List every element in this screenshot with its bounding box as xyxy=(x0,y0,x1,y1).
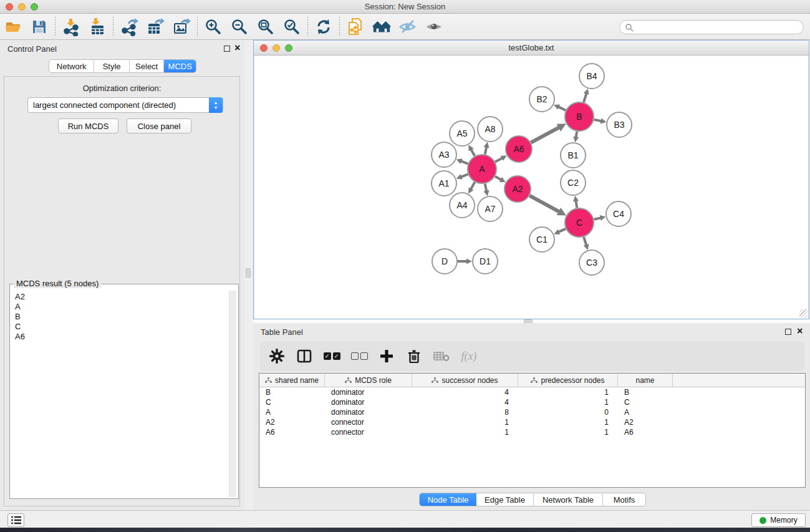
table-cell[interactable]: 4 xyxy=(412,388,518,397)
close-panel-icon[interactable]: × xyxy=(234,42,240,54)
zoom-selected-button[interactable] xyxy=(282,17,301,36)
table-cell[interactable]: A6 xyxy=(259,428,325,437)
graph-edge[interactable] xyxy=(495,177,502,180)
zoom-fit-button[interactable] xyxy=(256,17,275,36)
result-list-item[interactable]: A2 xyxy=(15,292,226,302)
tab-motifs[interactable]: Motifs xyxy=(603,493,645,506)
float-panel-icon[interactable] xyxy=(224,46,230,52)
table-cell[interactable]: C xyxy=(259,398,325,407)
network-canvas[interactable]: B4B2BB3A5A8A6A3AB1A1A2C2A4A7C4C1CC3DD1 xyxy=(254,56,808,319)
select-all-button[interactable]: ✓✓ xyxy=(322,347,341,365)
table-row[interactable]: A2connector11A2 xyxy=(259,417,805,427)
import-network-button[interactable] xyxy=(62,17,80,36)
delete-column-button[interactable] xyxy=(405,347,423,365)
tab-edge-table[interactable]: Edge Table xyxy=(476,493,534,506)
graph-edge[interactable] xyxy=(576,200,577,208)
table-cell[interactable]: A xyxy=(259,408,325,417)
close-table-panel-icon[interactable]: × xyxy=(797,325,803,337)
add-column-button[interactable] xyxy=(377,347,396,365)
open-file-button[interactable] xyxy=(4,17,22,36)
table-cell[interactable]: B xyxy=(618,388,673,397)
table-cell[interactable]: dominator xyxy=(325,388,412,397)
criterion-select[interactable]: largest connected component (directed) ▲… xyxy=(27,97,223,113)
graph-edge[interactable] xyxy=(460,161,468,164)
function-builder-button[interactable]: f(x) xyxy=(460,347,478,365)
column-header-successor-nodes[interactable]: successor nodes xyxy=(412,374,518,387)
table-cell[interactable]: A2 xyxy=(618,418,673,427)
show-all-button[interactable] xyxy=(425,17,443,36)
refresh-layout-button[interactable] xyxy=(314,17,333,36)
table-cell[interactable]: A xyxy=(618,408,673,417)
delete-table-button[interactable] xyxy=(432,347,451,365)
column-settings-button[interactable] xyxy=(268,347,286,365)
column-header-predecessor-nodes[interactable]: predecessor nodes xyxy=(518,374,618,387)
graph-edge[interactable] xyxy=(584,237,586,246)
graph-edge[interactable] xyxy=(471,149,475,156)
table-row[interactable]: A6connector11A6 xyxy=(259,427,805,437)
table-cell[interactable]: 0 xyxy=(518,408,618,417)
run-mcds-button[interactable]: Run MCDS xyxy=(58,118,118,133)
show-columns-button[interactable] xyxy=(295,347,314,365)
search-input[interactable] xyxy=(619,20,804,34)
graph-edge[interactable] xyxy=(594,218,601,220)
network-graph[interactable]: B4B2BB3A5A8A6A3AB1A1A2C2A4A7C4C1CC3DD1 xyxy=(254,56,808,319)
column-header-name[interactable]: name xyxy=(618,374,673,387)
graph-edge[interactable] xyxy=(558,107,566,110)
table-cell[interactable]: 1 xyxy=(518,418,618,427)
memory-button[interactable]: Memory xyxy=(751,513,806,527)
task-history-button[interactable] xyxy=(7,513,24,527)
float-table-panel-icon[interactable] xyxy=(785,329,791,335)
export-network-button[interactable] xyxy=(120,17,138,36)
result-list-item[interactable]: A xyxy=(15,302,226,312)
table-cell[interactable]: 1 xyxy=(412,428,518,437)
graph-edge[interactable] xyxy=(558,229,566,233)
export-image-button[interactable] xyxy=(172,17,191,36)
splitter-handle[interactable] xyxy=(246,268,251,278)
mcds-result-list[interactable]: A2ABCA6 xyxy=(15,292,226,342)
table-cell[interactable]: C xyxy=(618,398,673,407)
save-session-button[interactable] xyxy=(30,17,49,36)
close-panel-button[interactable]: Close panel xyxy=(127,118,191,133)
deselect-all-button[interactable] xyxy=(350,347,369,365)
result-scrollbar[interactable] xyxy=(229,291,236,497)
tab-network-table[interactable]: Network Table xyxy=(534,493,603,506)
export-table-button[interactable] xyxy=(146,17,165,36)
graph-edge[interactable] xyxy=(584,93,587,102)
hide-selected-button[interactable] xyxy=(398,17,417,36)
table-row[interactable]: Adominator80A xyxy=(259,407,805,417)
table-body[interactable]: Bdominator41BCdominator41CAdominator80AA… xyxy=(259,387,805,437)
table-cell[interactable]: 8 xyxy=(412,408,518,417)
tab-style[interactable]: Style xyxy=(94,60,130,72)
graph-edge[interactable] xyxy=(471,182,475,190)
graph-edge[interactable] xyxy=(531,127,560,142)
table-cell[interactable]: A6 xyxy=(618,428,673,437)
result-list-item[interactable]: C xyxy=(15,322,226,332)
table-cell[interactable]: B xyxy=(259,388,325,397)
network-window-titlebar[interactable]: testGlobe.txt xyxy=(254,41,809,56)
zoom-out-button[interactable] xyxy=(230,17,249,36)
home-layout-button[interactable] xyxy=(372,17,391,36)
result-list-item[interactable]: B xyxy=(15,312,226,322)
table-row[interactable]: Cdominator41C xyxy=(259,397,805,407)
table-cell[interactable]: A2 xyxy=(259,418,325,427)
table-cell[interactable]: 1 xyxy=(412,418,518,427)
graph-edge[interactable] xyxy=(529,196,560,213)
graph-edge[interactable] xyxy=(495,158,503,162)
graph-edge[interactable] xyxy=(485,184,487,192)
table-cell[interactable]: dominator xyxy=(325,408,412,417)
table-cell[interactable]: 1 xyxy=(518,388,618,397)
zoom-in-button[interactable] xyxy=(204,17,223,36)
import-table-button[interactable] xyxy=(88,17,107,36)
column-header-shared-name[interactable]: shared name xyxy=(259,374,325,387)
tab-node-table[interactable]: Node Table xyxy=(420,493,476,506)
tab-network[interactable]: Network xyxy=(49,60,94,72)
table-cell[interactable]: connector xyxy=(325,418,412,427)
vertical-splitter[interactable] xyxy=(244,40,253,510)
tab-mcds[interactable]: MCDS xyxy=(164,60,196,72)
table-cell[interactable]: dominator xyxy=(325,398,412,407)
graph-edge[interactable] xyxy=(485,147,487,155)
tab-select[interactable]: Select xyxy=(130,60,165,72)
table-cell[interactable]: 4 xyxy=(412,398,518,407)
table-row[interactable]: Bdominator41B xyxy=(259,387,805,397)
table-cell[interactable]: 1 xyxy=(518,428,618,437)
